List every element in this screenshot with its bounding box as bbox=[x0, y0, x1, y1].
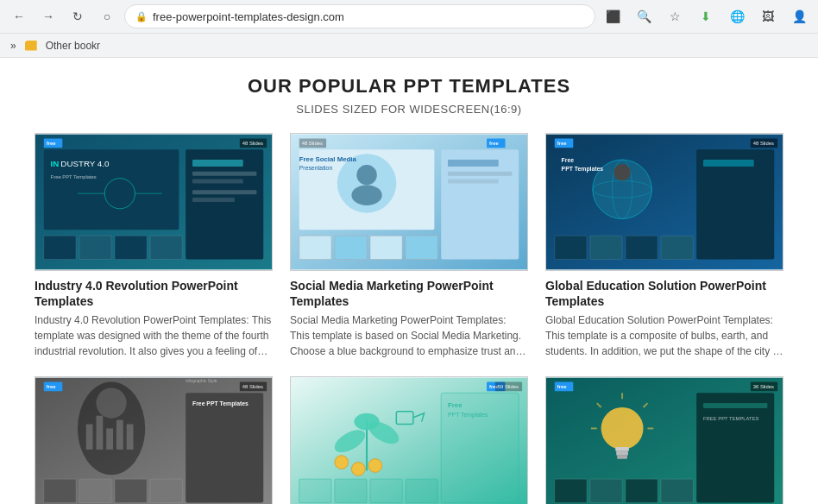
svg-text:48 Slides: 48 Slides bbox=[302, 141, 323, 146]
svg-rect-13 bbox=[192, 160, 243, 167]
template-thumb-social-media[interactable]: Free Social Media Presentation free 48 S… bbox=[290, 133, 528, 271]
template-info-social-media: Social Media Marketing PowerPoint Templa… bbox=[290, 271, 528, 359]
svg-text:PPT Templates: PPT Templates bbox=[448, 412, 488, 419]
svg-rect-48 bbox=[590, 236, 622, 259]
star-button[interactable]: ☆ bbox=[663, 4, 687, 28]
svg-rect-10 bbox=[115, 236, 147, 259]
template-thumb-industry-40[interactable]: IN DUSTRY 4.0 Free PPT Templates bbox=[35, 133, 273, 271]
template-card-social-media[interactable]: Free Social Media Presentation free 48 S… bbox=[290, 133, 528, 359]
svg-rect-16 bbox=[192, 190, 256, 194]
image-button[interactable]: 🖼 bbox=[756, 4, 780, 28]
lock-icon: 🔒 bbox=[135, 11, 148, 22]
svg-rect-9 bbox=[79, 236, 111, 259]
svg-rect-71 bbox=[186, 394, 263, 503]
template-name-global-education[interactable]: Global Education Solution PowerPoint Tem… bbox=[545, 278, 783, 309]
svg-rect-102 bbox=[617, 456, 627, 459]
svg-rect-30 bbox=[335, 236, 367, 259]
svg-rect-15 bbox=[192, 180, 243, 184]
bookmarks-more-button[interactable]: » bbox=[7, 38, 20, 54]
template-card-creative-idea[interactable]: FREE PPT TEMPLATES free 36 Slides Creati… bbox=[545, 376, 783, 504]
svg-rect-112 bbox=[696, 394, 774, 503]
svg-point-61 bbox=[96, 388, 126, 419]
svg-rect-35 bbox=[448, 172, 512, 176]
cast-button[interactable]: ⬛ bbox=[601, 4, 625, 28]
svg-rect-88 bbox=[335, 480, 367, 503]
svg-rect-109 bbox=[590, 480, 622, 503]
template-desc-global-education: Global Education Solution PowerPoint Tem… bbox=[545, 312, 783, 359]
svg-rect-52 bbox=[703, 160, 754, 167]
svg-rect-66 bbox=[127, 425, 134, 450]
svg-text:Free: Free bbox=[448, 401, 462, 409]
svg-rect-64 bbox=[106, 429, 113, 450]
template-info-global-education: Global Education Solution PowerPoint Tem… bbox=[545, 271, 783, 359]
svg-point-26 bbox=[351, 185, 381, 205]
template-name-industry-40[interactable]: Industry 4.0 Revolution PowerPoint Templ… bbox=[35, 278, 273, 309]
template-card-plant-dollar[interactable]: free 59 Slides Free PPT Templates Plant … bbox=[290, 376, 528, 504]
svg-rect-34 bbox=[448, 160, 499, 167]
template-card-industry-40[interactable]: IN DUSTRY 4.0 Free PPT Templates bbox=[35, 133, 273, 359]
template-card-global-education[interactable]: free 48 Slides Free PPT Templates Global… bbox=[545, 133, 783, 359]
template-info-industry-40: Industry 4.0 Revolution PowerPoint Templ… bbox=[35, 271, 273, 359]
refresh-button[interactable]: ↻ bbox=[66, 4, 90, 28]
globe-button[interactable]: 🌐 bbox=[725, 4, 749, 28]
profile-button[interactable]: 👤 bbox=[787, 4, 811, 28]
svg-text:Free: Free bbox=[562, 157, 575, 163]
svg-point-85 bbox=[368, 459, 382, 473]
svg-text:36 Slides: 36 Slides bbox=[753, 385, 774, 390]
bookmarks-bar: » Other bookr bbox=[0, 33, 818, 57]
svg-text:free: free bbox=[47, 385, 56, 390]
svg-rect-29 bbox=[299, 236, 331, 259]
back-button[interactable]: ← bbox=[7, 4, 31, 28]
svg-rect-111 bbox=[661, 480, 693, 503]
template-thumb-global-education[interactable]: free 48 Slides Free PPT Templates bbox=[545, 133, 783, 271]
template-name-social-media[interactable]: Social Media Marketing PowerPoint Templa… bbox=[290, 278, 528, 309]
svg-rect-89 bbox=[370, 480, 402, 503]
forward-button[interactable]: → bbox=[36, 4, 60, 28]
svg-rect-113 bbox=[703, 403, 767, 408]
svg-rect-68 bbox=[79, 480, 111, 503]
svg-text:Presentation: Presentation bbox=[299, 165, 333, 171]
page-content: OUR POPULAR PPT TEMPLATES SLIDES SIZED F… bbox=[0, 58, 818, 504]
other-bookmarks-button[interactable]: Other bookr bbox=[42, 38, 104, 54]
svg-rect-67 bbox=[44, 480, 76, 503]
template-thumb-plant-dollar[interactable]: free 59 Slides Free PPT Templates bbox=[290, 376, 528, 504]
section-title: OUR POPULAR PPT TEMPLATES bbox=[35, 75, 783, 98]
template-desc-industry-40: Industry 4.0 Revolution PowerPoint Templ… bbox=[35, 312, 273, 359]
svg-text:free: free bbox=[489, 141, 499, 146]
svg-rect-101 bbox=[616, 451, 628, 456]
bookmark-folder-icon bbox=[25, 41, 37, 51]
svg-rect-8 bbox=[44, 236, 76, 259]
template-thumb-double-exposure[interactable]: free 48 Slides Free PPT Templates Infogr… bbox=[35, 376, 273, 504]
svg-rect-110 bbox=[626, 480, 658, 503]
svg-text:FREE PPT TEMPLATES: FREE PPT TEMPLATES bbox=[703, 416, 759, 421]
svg-rect-47 bbox=[555, 236, 587, 259]
svg-rect-11 bbox=[150, 236, 182, 259]
address-bar[interactable]: 🔒 free-powerpoint-templates-design.com bbox=[124, 4, 595, 28]
svg-rect-14 bbox=[192, 172, 256, 176]
browser-actions: ⬛ 🔍 ☆ ⬇ 🌐 🖼 👤 bbox=[601, 4, 811, 28]
svg-text:Infographic Style: Infographic Style bbox=[186, 379, 217, 383]
svg-rect-31 bbox=[370, 236, 402, 259]
svg-rect-108 bbox=[555, 480, 587, 503]
svg-point-99 bbox=[601, 407, 644, 450]
svg-point-84 bbox=[351, 463, 365, 476]
svg-text:free: free bbox=[557, 141, 567, 146]
svg-point-82 bbox=[354, 413, 379, 431]
svg-text:Free PPT Templates: Free PPT Templates bbox=[51, 174, 97, 180]
svg-text:Free Social Media: Free Social Media bbox=[299, 155, 357, 163]
svg-rect-62 bbox=[86, 425, 93, 450]
browser-chrome: ← → ↻ ○ 🔒 free-powerpoint-templates-desi… bbox=[0, 0, 818, 58]
url-text: free-powerpoint-templates-design.com bbox=[153, 10, 344, 23]
template-card-double-exposure[interactable]: free 48 Slides Free PPT Templates Infogr… bbox=[35, 376, 273, 504]
svg-text:48 Slides: 48 Slides bbox=[242, 141, 263, 146]
svg-text:48 Slides: 48 Slides bbox=[242, 385, 263, 390]
home-button[interactable]: ○ bbox=[95, 4, 119, 28]
svg-rect-90 bbox=[406, 480, 437, 503]
download-button[interactable]: ⬇ bbox=[694, 4, 718, 28]
svg-text:DUSTRY 4.0: DUSTRY 4.0 bbox=[60, 159, 110, 168]
search-button[interactable]: 🔍 bbox=[632, 4, 656, 28]
svg-text:free: free bbox=[557, 385, 567, 390]
svg-rect-65 bbox=[116, 420, 123, 450]
template-thumb-creative-idea[interactable]: FREE PPT TEMPLATES free 36 Slides bbox=[545, 376, 783, 504]
template-grid: IN DUSTRY 4.0 Free PPT Templates bbox=[35, 133, 783, 504]
